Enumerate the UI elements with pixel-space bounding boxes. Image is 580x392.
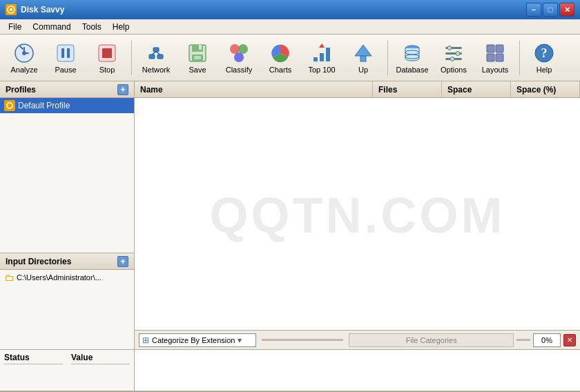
menu-tools[interactable]: Tools bbox=[77, 21, 107, 33]
app-icon bbox=[6, 4, 17, 15]
up-label: Up bbox=[358, 66, 368, 74]
bottom-area: Status Value bbox=[0, 349, 580, 391]
svg-point-4 bbox=[22, 51, 26, 55]
percent-box: 0% bbox=[533, 333, 561, 347]
profiles-header: Profiles + bbox=[0, 81, 134, 98]
col-name-header: Name bbox=[135, 81, 373, 97]
dir-item[interactable]: 🗀 C:\Users\Administrator\... bbox=[0, 270, 134, 285]
dropdown-arrow-icon: ▾ bbox=[238, 335, 242, 345]
add-dir-button[interactable]: + bbox=[117, 256, 128, 267]
add-profile-button[interactable]: + bbox=[117, 84, 128, 95]
top100-button[interactable]: Top 100 bbox=[302, 37, 342, 79]
stop-icon bbox=[96, 42, 118, 64]
profiles-title: Profiles bbox=[6, 85, 36, 95]
svg-rect-41 bbox=[487, 54, 494, 61]
toolbar-sep-3 bbox=[519, 41, 520, 75]
toolbar: Analyze Pause Stop bbox=[0, 35, 580, 81]
close-button[interactable]: ✕ bbox=[559, 3, 574, 17]
status-column-header: Status bbox=[4, 353, 63, 364]
menu-help[interactable]: Help bbox=[107, 21, 135, 33]
charts-button[interactable]: Charts bbox=[260, 37, 300, 79]
input-dir-title: Input Directories bbox=[6, 257, 71, 266]
categorize-label: Categorize By Extension bbox=[152, 336, 235, 344]
input-dir-section: Input Directories + 🗀 C:\Users\Administr… bbox=[0, 253, 134, 349]
right-panel: Name Files Space Space (%) QQTN.COM ⊞ Ca… bbox=[135, 81, 580, 349]
progress-line-right bbox=[516, 339, 530, 341]
profiles-list: Default Profile bbox=[0, 98, 134, 253]
minimize-button[interactable]: − bbox=[526, 3, 541, 17]
dir-path: C:\Users\Administrator\... bbox=[17, 273, 102, 282]
network-button[interactable]: Network bbox=[136, 37, 176, 79]
svg-point-37 bbox=[456, 51, 460, 55]
svg-marker-28 bbox=[355, 45, 371, 56]
menu-file[interactable]: File bbox=[3, 21, 27, 33]
main-area: Profiles + Default Profile Input Directo… bbox=[0, 81, 580, 349]
table-header: Name Files Space Space (%) bbox=[135, 81, 580, 98]
options-icon bbox=[443, 42, 465, 64]
database-icon bbox=[401, 42, 423, 64]
svg-rect-39 bbox=[487, 45, 494, 52]
toolbar-sep-2 bbox=[387, 41, 388, 75]
window-controls: − □ ✕ bbox=[526, 3, 574, 17]
analyze-button[interactable]: Analyze bbox=[4, 37, 44, 79]
pause-icon bbox=[55, 42, 77, 64]
svg-point-21 bbox=[238, 44, 248, 54]
svg-rect-6 bbox=[61, 48, 64, 58]
left-panel: Profiles + Default Profile Input Directo… bbox=[0, 81, 135, 349]
cancel-button[interactable]: ✕ bbox=[563, 334, 576, 346]
svg-rect-17 bbox=[199, 45, 202, 50]
save-button[interactable]: Save bbox=[177, 37, 218, 79]
pause-label: Pause bbox=[55, 66, 76, 74]
menu-command[interactable]: Command bbox=[27, 21, 76, 33]
svg-rect-12 bbox=[157, 55, 163, 59]
progress-bar-row: ⊞ Categorize By Extension ▾ File Categor… bbox=[135, 330, 580, 349]
svg-rect-26 bbox=[326, 48, 330, 61]
status-column: Status bbox=[0, 350, 67, 391]
svg-rect-11 bbox=[153, 48, 159, 52]
svg-point-38 bbox=[450, 57, 454, 61]
col-space-header: Space bbox=[442, 81, 511, 97]
svg-point-20 bbox=[230, 44, 240, 54]
file-categories-bar: File Categories bbox=[349, 333, 514, 347]
layouts-icon bbox=[484, 42, 506, 64]
charts-icon bbox=[269, 42, 291, 64]
layouts-button[interactable]: Layouts bbox=[475, 37, 515, 79]
svg-rect-40 bbox=[496, 45, 503, 52]
save-label: Save bbox=[188, 66, 206, 74]
progress-line-left bbox=[262, 339, 343, 341]
svg-text:?: ? bbox=[541, 46, 548, 60]
help-button[interactable]: ? Help bbox=[524, 37, 564, 79]
svg-rect-42 bbox=[496, 54, 503, 61]
dropdown-icon: ⊞ bbox=[142, 335, 149, 345]
dir-list: 🗀 C:\Users\Administrator\... bbox=[0, 270, 134, 349]
help-label: Help bbox=[536, 66, 552, 74]
database-button[interactable]: Database bbox=[392, 37, 432, 79]
col-spacepct-header: Space (%) bbox=[511, 81, 580, 97]
options-button[interactable]: Options bbox=[434, 37, 474, 79]
profile-label: Default Profile bbox=[18, 101, 70, 110]
window-title: Disk Savvy bbox=[21, 5, 526, 14]
pause-button[interactable]: Pause bbox=[46, 37, 86, 79]
help-icon: ? bbox=[533, 42, 555, 64]
stop-button[interactable]: Stop bbox=[87, 37, 127, 79]
up-button[interactable]: Up bbox=[343, 37, 383, 79]
value-column-header: Value bbox=[71, 353, 130, 364]
svg-rect-19 bbox=[194, 56, 201, 59]
up-icon bbox=[352, 42, 374, 64]
layouts-label: Layouts bbox=[482, 66, 509, 74]
svg-rect-9 bbox=[102, 48, 112, 58]
profile-item-default[interactable]: Default Profile bbox=[0, 98, 134, 113]
charts-label: Charts bbox=[269, 66, 291, 74]
stop-label: Stop bbox=[99, 66, 115, 74]
col-files-header: Files bbox=[373, 81, 442, 97]
maximize-button[interactable]: □ bbox=[543, 3, 558, 17]
classify-label: Classify bbox=[226, 66, 253, 74]
svg-rect-5 bbox=[57, 45, 74, 61]
top100-label: Top 100 bbox=[308, 66, 335, 74]
network-label: Network bbox=[142, 66, 170, 74]
svg-rect-10 bbox=[149, 55, 155, 59]
svg-point-46 bbox=[8, 104, 12, 108]
database-label: Database bbox=[396, 66, 428, 74]
classify-button[interactable]: Classify bbox=[219, 37, 259, 79]
categorize-dropdown[interactable]: ⊞ Categorize By Extension ▾ bbox=[139, 333, 256, 347]
